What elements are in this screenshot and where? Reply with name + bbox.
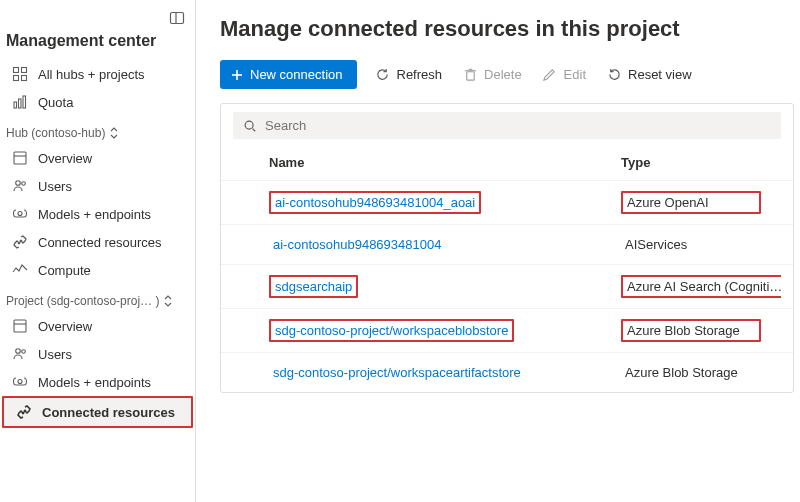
sidebar-item-label: Models + endpoints: [38, 207, 151, 222]
reset-view-button[interactable]: Reset view: [604, 63, 694, 87]
overview-icon: [12, 318, 28, 334]
sidebar-item-label: Models + endpoints: [38, 375, 151, 390]
endpoints-icon: [12, 374, 28, 390]
collapse-sidebar-icon[interactable]: [169, 10, 185, 26]
connection-icon: [12, 234, 28, 250]
resource-type: Azure Blob Storage: [621, 319, 761, 342]
search-icon: [243, 119, 257, 133]
resource-type: Azure OpenAI: [621, 191, 761, 214]
resource-type: AIServices: [621, 235, 691, 254]
svg-point-18: [18, 380, 22, 384]
svg-rect-7: [19, 99, 22, 108]
main-content: Manage connected resources in this proje…: [196, 0, 800, 502]
resource-name-link[interactable]: sdg-contoso-project/workspaceblobstore: [269, 319, 514, 342]
sidebar-group-hub[interactable]: Hub (contoso-hub): [0, 116, 195, 144]
sidebar-item-project-overview[interactable]: Overview: [0, 312, 195, 340]
resource-name-link[interactable]: ai-contosohub948693481004: [269, 235, 445, 254]
button-label: New connection: [250, 67, 343, 82]
svg-point-12: [22, 182, 26, 186]
quota-icon: [12, 94, 28, 110]
sidebar-group-project[interactable]: Project (sdg-contoso-proj… ): [0, 284, 195, 312]
sidebar-item-label: Quota: [38, 95, 73, 110]
sidebar-item-hub-overview[interactable]: Overview: [0, 144, 195, 172]
column-header-type[interactable]: Type: [621, 155, 781, 170]
hubs-icon: [12, 66, 28, 82]
table-row[interactable]: ai-contosohub948693481004_aoai Azure Ope…: [221, 180, 793, 224]
table-row[interactable]: sdg-contoso-project/workspaceartifactsto…: [221, 352, 793, 392]
resources-table: Name Type ai-contosohub948693481004_aoai…: [221, 145, 793, 392]
sidebar-item-hub-models[interactable]: Models + endpoints: [0, 200, 195, 228]
svg-rect-3: [22, 68, 27, 73]
svg-rect-8: [23, 96, 26, 108]
sidebar-item-project-models[interactable]: Models + endpoints: [0, 368, 195, 396]
table-row[interactable]: sdgsearchaip Azure AI Search (Cogniti…: [221, 264, 793, 308]
table-header-row: Name Type: [221, 145, 793, 180]
svg-point-24: [245, 121, 253, 129]
resource-type: Azure Blob Storage: [621, 363, 742, 382]
svg-line-25: [253, 128, 256, 131]
sidebar-item-quota[interactable]: Quota: [0, 88, 195, 116]
overview-icon: [12, 150, 28, 166]
sidebar-item-label: All hubs + projects: [38, 67, 145, 82]
sidebar-item-label: Users: [38, 179, 72, 194]
svg-rect-2: [14, 68, 19, 73]
sidebar-item-all-hubs-projects[interactable]: All hubs + projects: [0, 60, 195, 88]
button-label: Reset view: [628, 67, 692, 82]
chevron-updown-icon: [109, 127, 119, 139]
resource-type: Azure AI Search (Cogniti…: [621, 275, 781, 298]
resource-name-link[interactable]: sdgsearchaip: [269, 275, 358, 298]
sidebar-item-hub-connected[interactable]: Connected resources: [0, 228, 195, 256]
svg-rect-9: [14, 152, 26, 164]
delete-icon: [462, 67, 478, 83]
table-row[interactable]: sdg-contoso-project/workspaceblobstore A…: [221, 308, 793, 352]
connection-icon: [16, 404, 32, 420]
sidebar-item-hub-users[interactable]: Users: [0, 172, 195, 200]
edit-icon: [542, 67, 558, 83]
svg-rect-4: [14, 76, 19, 81]
svg-rect-0: [171, 13, 184, 24]
plus-icon: [230, 68, 244, 82]
button-label: Refresh: [397, 67, 443, 82]
endpoints-icon: [12, 206, 28, 222]
group-label: Hub (contoso-hub): [6, 126, 105, 140]
svg-point-16: [16, 349, 21, 354]
resource-name-link[interactable]: ai-contosohub948693481004_aoai: [269, 191, 481, 214]
svg-point-11: [16, 181, 21, 186]
edit-button: Edit: [540, 63, 588, 87]
resource-name-link[interactable]: sdg-contoso-project/workspaceartifactsto…: [269, 363, 525, 382]
sidebar-item-hub-compute[interactable]: Compute: [0, 256, 195, 284]
refresh-button[interactable]: Refresh: [373, 63, 445, 87]
chevron-updown-icon: [163, 295, 173, 307]
svg-rect-21: [466, 72, 474, 80]
svg-point-13: [18, 212, 22, 216]
reset-icon: [606, 67, 622, 83]
svg-point-17: [22, 350, 26, 354]
button-label: Edit: [564, 67, 586, 82]
refresh-icon: [375, 67, 391, 83]
svg-rect-5: [22, 76, 27, 81]
sidebar-item-label: Connected resources: [42, 405, 175, 420]
group-label: Project (sdg-contoso-proj… ): [6, 294, 159, 308]
resources-card: Name Type ai-contosohub948693481004_aoai…: [220, 103, 794, 393]
sidebar-item-label: Connected resources: [38, 235, 162, 250]
users-icon: [12, 178, 28, 194]
toolbar: New connection Refresh Delete Edit Reset…: [220, 60, 800, 89]
search-input[interactable]: [265, 118, 771, 133]
sidebar-item-project-connected[interactable]: Connected resources: [2, 396, 193, 428]
sidebar-item-label: Users: [38, 347, 72, 362]
sidebar-item-label: Overview: [38, 319, 92, 334]
sidebar: Management center All hubs + projects Qu…: [0, 0, 196, 502]
search-box[interactable]: [233, 112, 781, 139]
table-row[interactable]: ai-contosohub948693481004 AIServices: [221, 224, 793, 264]
users-icon: [12, 346, 28, 362]
svg-rect-6: [14, 102, 17, 108]
sidebar-item-project-users[interactable]: Users: [0, 340, 195, 368]
sidebar-item-label: Overview: [38, 151, 92, 166]
management-center-title: Management center: [0, 28, 195, 60]
button-label: Delete: [484, 67, 522, 82]
page-title: Manage connected resources in this proje…: [220, 16, 800, 42]
delete-button: Delete: [460, 63, 524, 87]
new-connection-button[interactable]: New connection: [220, 60, 357, 89]
column-header-name[interactable]: Name: [269, 155, 621, 170]
sidebar-item-label: Compute: [38, 263, 91, 278]
